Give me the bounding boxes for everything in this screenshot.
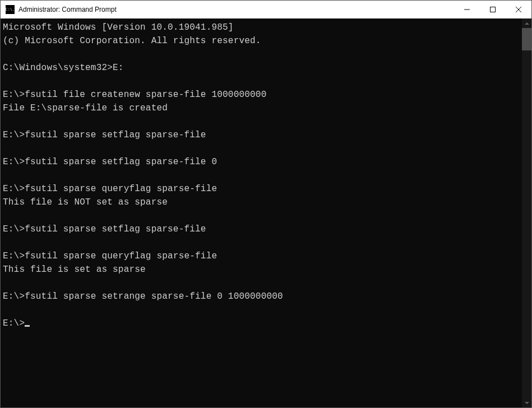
terminal-line: E:\>fsutil sparse queryflag sparse-file	[3, 249, 522, 263]
window-frame: C:\. Administrator: Command Prompt Micro…	[0, 0, 532, 408]
scroll-up-arrow-icon[interactable]	[522, 18, 531, 28]
maximize-button[interactable]	[480, 1, 506, 18]
terminal-line	[3, 142, 522, 155]
terminal-line: E:\>fsutil sparse setrange sparse-file 0…	[3, 290, 522, 303]
terminal-line	[3, 169, 522, 182]
scroll-thumb[interactable]	[522, 28, 531, 50]
terminal-line	[3, 115, 522, 128]
terminal-line	[3, 75, 522, 88]
terminal-line: E:\>fsutil sparse setflag sparse-file 0	[3, 155, 522, 169]
terminal-line	[3, 236, 522, 249]
svg-rect-1	[491, 7, 496, 12]
scroll-down-arrow-icon[interactable]	[522, 398, 531, 407]
titlebar[interactable]: C:\. Administrator: Command Prompt	[1, 1, 531, 18]
terminal-line: (c) Microsoft Corporation. All rights re…	[3, 34, 522, 48]
terminal-line	[3, 276, 522, 290]
svg-marker-5	[525, 402, 529, 404]
vertical-scrollbar[interactable]	[522, 18, 531, 407]
terminal-line: This file is NOT set as sparse	[3, 196, 522, 209]
terminal-line: This file is set as sparse	[3, 263, 522, 276]
minimize-button[interactable]	[454, 1, 480, 18]
terminal-output[interactable]: Microsoft Windows [Version 10.0.19041.98…	[1, 18, 522, 407]
terminal-line: File E:\sparse-file is created	[3, 101, 522, 115]
terminal-line: C:\Windows\system32>E:	[3, 61, 522, 75]
terminal-wrapper: Microsoft Windows [Version 10.0.19041.98…	[1, 18, 531, 407]
terminal-line	[3, 303, 522, 317]
terminal-line: Microsoft Windows [Version 10.0.19041.98…	[3, 21, 522, 34]
terminal-line: E:\>	[3, 317, 522, 330]
minimize-icon	[464, 7, 470, 12]
svg-marker-4	[525, 22, 529, 25]
window-controls	[454, 1, 531, 18]
terminal-line: E:\>fsutil sparse setflag sparse-file	[3, 128, 522, 142]
terminal-line: E:\>fsutil sparse queryflag sparse-file	[3, 182, 522, 196]
window-title: Administrator: Command Prompt	[18, 6, 454, 13]
terminal-line: E:\>fsutil sparse setflag sparse-file	[3, 222, 522, 236]
terminal-line: E:\>fsutil file createnew sparse-file 10…	[3, 88, 522, 101]
terminal-line	[3, 48, 522, 61]
close-icon	[516, 7, 521, 12]
cmd-icon: C:\.	[6, 5, 15, 14]
close-button[interactable]	[506, 1, 531, 18]
maximize-icon	[490, 7, 496, 12]
terminal-line	[3, 209, 522, 222]
cursor-icon	[25, 325, 30, 327]
